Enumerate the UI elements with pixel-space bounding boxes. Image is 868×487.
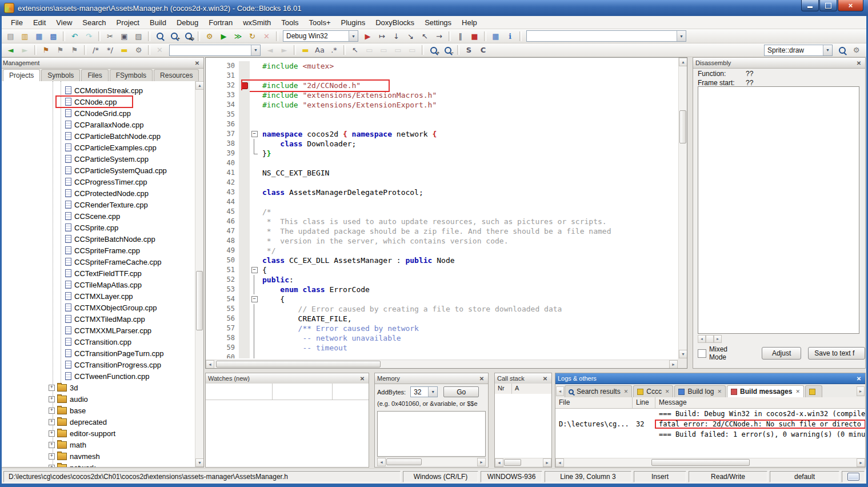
- fold-margin[interactable]: [250, 256, 259, 265]
- breakpoint-margin[interactable]: [239, 139, 250, 149]
- adjust-button[interactable]: Adjust: [762, 347, 801, 360]
- tree-file-item[interactable]: CCTransitionPageTurn.cpp: [1, 348, 195, 359]
- fold-margin[interactable]: [250, 178, 259, 187]
- fold-margin[interactable]: [250, 100, 259, 110]
- fold-margin[interactable]: [250, 304, 259, 314]
- code-line[interactable]: 44: [206, 197, 678, 207]
- scroll-left-icon[interactable]: [206, 360, 214, 369]
- symbol-browser-select[interactable]: Sprite::draw: [764, 45, 833, 56]
- new-file-icon[interactable]: ▤: [4, 30, 17, 42]
- project-tree[interactable]: CCMotionStreak.cpp CCNode.cpp CCNodeGrid…: [1, 81, 203, 467]
- tree-folder-item[interactable]: navmesh: [1, 450, 195, 462]
- close-button[interactable]: ×: [838, 0, 863, 11]
- fold-margin[interactable]: −: [250, 265, 259, 275]
- breakpoint-margin[interactable]: [239, 256, 250, 265]
- code-line[interactable]: 49 */: [206, 246, 678, 256]
- code-line[interactable]: 32#include "2d/CCNode.h": [206, 81, 678, 90]
- fold-margin[interactable]: [250, 61, 259, 71]
- menu-search[interactable]: Search: [77, 17, 111, 28]
- run-to-cursor-icon[interactable]: ↦: [375, 30, 389, 42]
- chevron-down-icon[interactable]: [428, 387, 437, 397]
- col-line[interactable]: Line: [633, 397, 655, 408]
- build-target-select[interactable]: Debug Win32: [283, 30, 358, 42]
- code-text[interactable]: -- network unavailable: [259, 333, 401, 343]
- chevron-down-icon[interactable]: [251, 45, 260, 55]
- breakpoint-margin[interactable]: [239, 285, 250, 294]
- code-line[interactable]: 46 * This class is used to auto update r…: [206, 217, 678, 226]
- menu-edit[interactable]: Edit: [28, 17, 51, 28]
- fold-margin[interactable]: [250, 139, 259, 149]
- code-text[interactable]: [259, 158, 262, 168]
- block-comment-icon[interactable]: /*: [89, 44, 102, 57]
- tree-file-item[interactable]: CCTMXXMLParser.cpp: [1, 325, 195, 336]
- code-line[interactable]: 40: [206, 158, 678, 168]
- breakpoint-margin[interactable]: [239, 275, 250, 285]
- breakpoint-margin[interactable]: [239, 90, 250, 100]
- expand-icon[interactable]: [49, 442, 55, 448]
- menu-doxyblocks[interactable]: DoxyBlocks: [370, 17, 419, 28]
- tab-build-log[interactable]: Build log ✕: [674, 385, 726, 397]
- replace-icon[interactable]: ab: [182, 30, 195, 42]
- menu-build[interactable]: Build: [145, 17, 171, 28]
- fold-margin[interactable]: [250, 71, 259, 81]
- breakpoint-margin[interactable]: [239, 343, 250, 353]
- tab-close-icon[interactable]: ✕: [624, 389, 629, 394]
- code-line[interactable]: 42: [206, 178, 678, 187]
- close-icon[interactable]: ✕: [541, 376, 549, 382]
- addbytes-select[interactable]: 32: [410, 386, 438, 397]
- scrollbar-thumb[interactable]: [196, 271, 203, 330]
- scroll-left-icon[interactable]: [555, 458, 564, 467]
- close-icon[interactable]: ✕: [193, 60, 201, 66]
- fold-margin[interactable]: [250, 333, 259, 343]
- fold-toggle-icon[interactable]: −: [251, 267, 258, 273]
- breakpoint-margin[interactable]: [239, 197, 250, 207]
- build-and-run-icon[interactable]: ≫: [231, 30, 245, 42]
- callstack-col-nr[interactable]: Nr: [495, 384, 512, 394]
- menu-plugins[interactable]: Plugins: [336, 17, 371, 28]
- box-select-3-icon[interactable]: ▭: [391, 44, 405, 57]
- block-uncomment-icon[interactable]: */: [103, 44, 117, 57]
- breakpoint-margin[interactable]: [239, 333, 250, 343]
- rebuild-icon[interactable]: ↻: [246, 30, 259, 42]
- fold-margin[interactable]: [250, 110, 259, 119]
- fold-margin[interactable]: [250, 149, 259, 158]
- fold-margin[interactable]: [250, 217, 259, 226]
- debug-continue-icon[interactable]: ▶: [361, 30, 374, 42]
- fold-margin[interactable]: [250, 168, 259, 178]
- scroll-left-icon[interactable]: [377, 458, 386, 466]
- menu-tools[interactable]: Tools: [276, 17, 303, 28]
- nav-back-icon[interactable]: ◄: [4, 44, 17, 57]
- code-line[interactable]: 56 CREATE_FILE,: [206, 314, 678, 324]
- tree-file-item[interactable]: CCParticleBatchNode.cpp: [1, 130, 195, 142]
- tree-folder-item[interactable]: base: [1, 405, 195, 416]
- menu-tools-plus[interactable]: Tools+: [304, 17, 336, 28]
- tab-projects[interactable]: Projects: [3, 69, 40, 82]
- toggle-bookmark-icon[interactable]: ⚑: [39, 44, 53, 57]
- next-bookmark-icon[interactable]: ⚑: [68, 44, 81, 57]
- breakpoint-margin[interactable]: [239, 119, 250, 129]
- tree-file-item[interactable]: CCParticleExamples.cpp: [1, 142, 195, 153]
- watches-grid[interactable]: [206, 384, 369, 467]
- tree-file-item[interactable]: CCTweenFunction.cpp: [1, 370, 195, 382]
- fold-margin[interactable]: [250, 119, 259, 129]
- code-text[interactable]: [259, 197, 262, 207]
- fold-margin[interactable]: [250, 207, 259, 217]
- menu-wxsmith[interactable]: wxSmith: [238, 17, 276, 28]
- code-text[interactable]: class CC_EX_DLL AssetsManager : public N…: [259, 256, 455, 265]
- scrollbar-thumb[interactable]: [504, 459, 521, 466]
- tab-search-results[interactable]: Search results ✕: [565, 385, 632, 397]
- tab-cccc[interactable]: Cccc ✕: [633, 385, 673, 397]
- tree-file-item[interactable]: CCParticleSystemQuad.cpp: [1, 165, 195, 176]
- zoom-in-icon[interactable]: +: [427, 44, 440, 57]
- tree-folder-item[interactable]: audio: [1, 393, 195, 405]
- scroll-right-icon[interactable]: [669, 360, 678, 369]
- menu-settings[interactable]: Settings: [419, 17, 457, 28]
- code-text[interactable]: class AssetsManagerDelegateProtocol;: [259, 187, 423, 197]
- save-icon[interactable]: ▦: [33, 30, 46, 42]
- tree-folder-item[interactable]: 3d: [1, 382, 195, 393]
- close-icon[interactable]: ✕: [855, 376, 863, 382]
- breakpoint-margin[interactable]: [239, 207, 250, 217]
- expand-icon[interactable]: [49, 419, 55, 425]
- chevron-down-icon[interactable]: [677, 31, 686, 41]
- breakpoint-margin[interactable]: [239, 187, 250, 197]
